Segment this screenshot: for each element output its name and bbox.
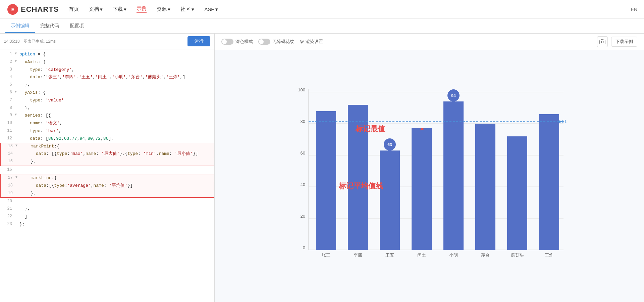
code-line-2: 2 ▼ xAxis: {	[0, 58, 214, 66]
x-label-runtu: 闰土	[417, 253, 426, 258]
svg-text:63: 63	[387, 142, 392, 147]
navbar: E ECHARTS 首页 文档 ▾ 下载 ▾ 示例 资源 ▾ 社区 ▾ ASF …	[0, 0, 644, 19]
x-label-lisi: 李四	[354, 253, 362, 258]
bar-wangwu	[380, 150, 400, 250]
code-line-10: 10 name: '语文',	[0, 120, 214, 127]
chart-panel: 深色模式 无障碍花纹 渲染设置 下载示	[215, 34, 644, 302]
chevron-down-icon: ▾	[100, 6, 103, 12]
bar-maotai	[475, 124, 495, 250]
tabs-bar: 示例编辑 完整代码 配置项	[0, 19, 644, 34]
code-line-11: 11 type: 'bar',	[0, 127, 214, 135]
code-line-19: 19 },	[0, 190, 214, 198]
render-label: 渲染设置	[306, 39, 323, 45]
code-line-17: 17 ▼ markLine:{	[0, 174, 214, 182]
code-line-18: 18 data:[{type:'average',name: '平均值'}]	[0, 182, 214, 190]
dark-mode-toggle[interactable]: 深色模式	[221, 39, 253, 45]
tab-config[interactable]: 配置项	[64, 19, 89, 33]
code-line-7: 7 type: 'value'	[0, 97, 214, 104]
chart-toolbar: 深色模式 无障碍花纹 渲染设置 下载示	[215, 34, 644, 50]
chevron-down-icon: ▾	[215, 6, 218, 12]
chevron-down-icon: ▾	[192, 6, 194, 12]
render-settings[interactable]: 渲染设置	[300, 39, 323, 45]
x-label-wangzha: 王炸	[545, 253, 553, 258]
gear-icon	[300, 39, 304, 44]
nav-asf[interactable]: ASF ▾	[204, 6, 218, 12]
code-line-14: 14 data: [{type:'max',name: '最大值'},{type…	[0, 150, 214, 158]
code-line-3: 3 type: 'category',	[0, 66, 214, 74]
annotation-avg: 标记平均值线	[339, 181, 383, 191]
svg-point-2	[301, 41, 303, 43]
a11y-label: 无障碍花纹	[272, 39, 294, 45]
download-button[interactable]: 下载示例	[611, 37, 637, 47]
nav-docs[interactable]: 文档 ▾	[89, 6, 103, 12]
code-status: 14:35:18 图表已生成, 12ms	[4, 39, 56, 44]
code-line-23: 23 };	[0, 221, 214, 228]
code-toolbar: 14:35:18 图表已生成, 12ms 运行	[0, 34, 214, 49]
chevron-down-icon: ▾	[168, 6, 170, 12]
code-line-20: 20	[0, 198, 214, 205]
y-label-20: 20	[301, 214, 305, 219]
dark-mode-label: 深色模式	[235, 39, 253, 45]
annotation-max: 标记最值	[356, 124, 428, 134]
code-line-9: 9 ▼ series: [{	[0, 112, 214, 120]
nav-download[interactable]: 下载 ▾	[113, 6, 126, 12]
x-label-xiaoming: 小明	[449, 253, 458, 258]
code-line-8: 8 },	[0, 104, 214, 112]
echarts-logo-icon: E	[7, 3, 19, 15]
code-line-5: 5 },	[0, 81, 214, 89]
y-label-0: 0	[303, 245, 305, 250]
a11y-switch[interactable]	[258, 39, 270, 45]
nav-examples[interactable]: 示例	[137, 5, 147, 13]
camera-icon	[599, 39, 605, 45]
y-label-60: 60	[301, 150, 305, 156]
code-line-22: 22 ]	[0, 213, 214, 221]
svg-point-3	[601, 41, 603, 43]
chart-area: 0 20 40 60 80 100	[215, 50, 644, 302]
main-layout: 14:35:18 图表已生成, 12ms 运行 1 ▼ option = { 2…	[0, 34, 644, 302]
y-label-100: 100	[298, 87, 305, 92]
code-line-4: 4 data:['张三','李四','王五','闰土','小明','茅台','蘑…	[0, 74, 214, 81]
annotation-avg-label: 标记平均值线	[339, 181, 383, 191]
nav-resources[interactable]: 资源 ▾	[157, 6, 170, 12]
logo-text: ECHARTS	[21, 5, 59, 14]
a11y-toggle[interactable]: 无障碍花纹	[258, 39, 294, 45]
code-line-6: 6 ▼ yAxis: {	[0, 89, 214, 97]
chevron-down-icon: ▾	[124, 6, 126, 12]
x-label-wangwu: 王五	[385, 253, 394, 258]
code-line-13: 13 ▼ markPoint:{	[0, 143, 214, 150]
code-line-21: 21 },	[0, 205, 214, 213]
svg-text:E: E	[11, 7, 14, 12]
run-button[interactable]: 运行	[187, 36, 210, 46]
code-line-1: 1 ▼ option = {	[0, 51, 214, 58]
logo[interactable]: E ECHARTS	[7, 3, 59, 15]
code-editor[interactable]: 1 ▼ option = { 2 ▼ xAxis: { 3 type: 'cat…	[0, 49, 214, 302]
y-label-80: 80	[301, 119, 305, 124]
screenshot-button[interactable]	[597, 36, 608, 47]
annotation-max-arrow	[388, 124, 428, 134]
y-label-40: 40	[301, 182, 305, 187]
tab-full-code[interactable]: 完整代码	[35, 19, 64, 33]
x-label-mogutou: 蘑菇头	[511, 253, 524, 258]
bar-chart-svg: 0 20 40 60 80 100	[292, 85, 567, 267]
annotation-max-label: 标记最值	[356, 124, 385, 134]
code-line-15: 15 },	[0, 158, 214, 166]
lang-switch[interactable]: EN	[631, 7, 637, 12]
bar-xiaoming	[443, 101, 464, 250]
bar-mogutou	[507, 136, 527, 250]
code-line-12: 12 data: [88,92,63,77,94,80,72,86],	[0, 135, 214, 143]
x-label-maotai: 茅台	[481, 253, 490, 258]
nav-home[interactable]: 首页	[69, 6, 79, 12]
svg-text:94: 94	[451, 93, 456, 98]
code-panel: 14:35:18 图表已生成, 12ms 运行 1 ▼ option = { 2…	[0, 34, 215, 302]
bar-wangzha	[539, 114, 559, 250]
nav-community[interactable]: 社区 ▾	[180, 6, 194, 12]
x-label-zhangsan: 张三	[322, 253, 330, 258]
dark-mode-switch[interactable]	[221, 39, 233, 45]
code-line-16: 16	[0, 166, 214, 174]
tab-editor[interactable]: 示例编辑	[5, 19, 35, 33]
bar-zhangsan	[316, 111, 336, 250]
chart-actions: 下载示例	[597, 36, 637, 47]
bar-runtu	[412, 128, 432, 250]
